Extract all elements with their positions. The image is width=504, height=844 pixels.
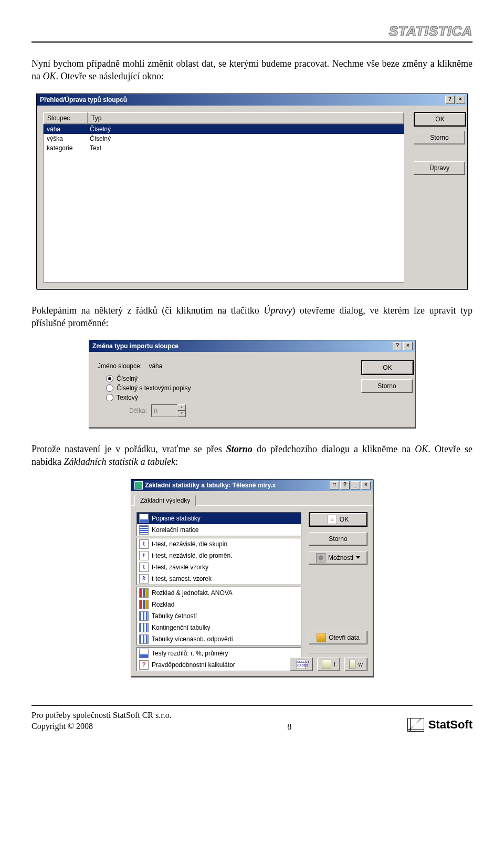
text-em: Úpravy <box>264 305 292 316</box>
table-row[interactable]: váha Číselný <box>44 124 404 134</box>
options-button[interactable]: Možnosti <box>309 551 368 565</box>
list-item[interactable]: Testy rozdílů: r, %, průměry <box>137 648 301 659</box>
cell-type: Číselný <box>87 134 404 143</box>
help-button[interactable]: ? <box>393 342 402 350</box>
table-row[interactable]: výška Číselný <box>44 134 404 143</box>
button-label: Možnosti <box>328 554 353 561</box>
ok-button[interactable]: OK <box>361 360 414 375</box>
list-item[interactable]: Tabulky vícenásob. odpovědí <box>137 633 301 645</box>
text-ok: OK <box>43 71 56 81</box>
dialog-change-import-type: Změna typu importu sloupce ? × Jméno slo… <box>89 340 415 428</box>
list-item-label: Tabulky četností <box>152 612 197 620</box>
radio-numeric[interactable]: Číselný <box>106 375 349 382</box>
spinner-up-icon: ▲ <box>177 404 186 411</box>
list-item[interactable]: t-test, nezávislé, dle skupin <box>137 538 301 550</box>
folder-open-icon <box>317 633 326 642</box>
close-button[interactable]: × <box>361 481 371 489</box>
list-item[interactable]: Popisné statistiky <box>137 513 301 524</box>
radio-text[interactable]: Textový <box>106 394 349 401</box>
list-item-label: Pravděpodobnostní kalkulátor <box>152 661 235 669</box>
f-button[interactable]: f <box>317 658 340 671</box>
storno-button[interactable]: Storno <box>361 379 413 393</box>
xbar-icon <box>139 574 149 583</box>
list-item-label: Rozklad <box>152 601 174 608</box>
ttest-icon <box>139 562 149 572</box>
storno-button[interactable]: Storno <box>414 131 465 144</box>
analysis-listbox[interactable]: Rozklad & jednofakt. ANOVA Rozklad Tabul… <box>136 587 301 645</box>
help-button[interactable]: ? <box>445 96 455 104</box>
grid-icon <box>139 525 149 535</box>
list-item[interactable]: Tabulky četností <box>137 610 301 622</box>
button-label: f <box>334 661 335 668</box>
list-item-label: t-test, závislé vzorky <box>152 564 208 571</box>
text: : <box>175 456 178 467</box>
titlebar[interactable]: Přehled/Úprava typů sloupců ? × <box>37 94 467 106</box>
script-icon <box>322 660 331 669</box>
chevron-down-icon <box>356 556 360 559</box>
cell-name: váha <box>44 124 87 134</box>
list-item[interactable]: Rozklad & jednofakt. ANOVA <box>137 587 301 599</box>
list-item-label: t-test, nezávislé, dle skupin <box>152 540 227 548</box>
page-number: 8 <box>172 722 407 732</box>
column-listbox[interactable]: váha Číselný výška Číselný kategorie Tex… <box>43 124 404 283</box>
close-button[interactable]: × <box>403 342 413 350</box>
open-data-button[interactable]: Otevři data <box>309 631 368 644</box>
analysis-listbox[interactable]: Popisné statistiky Korelační matice <box>136 512 301 536</box>
summary-icon <box>328 515 337 524</box>
w-button[interactable]: w <box>344 658 368 671</box>
label-column-name: Jméno sloupce: <box>98 362 142 370</box>
list-item[interactable]: t-test, samost. vzorek <box>137 573 301 585</box>
ok-button[interactable]: OK <box>414 112 466 127</box>
upravy-button[interactable]: Úpravy <box>414 161 465 175</box>
header-rule <box>32 41 472 43</box>
list-item-label: Popisné statistiky <box>152 515 201 522</box>
titlebar[interactable]: Základní statistiky a tabulky: Tělesné m… <box>131 480 373 491</box>
list-item[interactable]: Pravděpodobnostní kalkulátor <box>137 659 301 671</box>
script-icon <box>349 660 355 669</box>
list-item[interactable]: Korelační matice <box>137 524 301 536</box>
tab-basic-results[interactable]: Základní výsledky <box>134 495 196 506</box>
page-footer: Pro potřeby společnosti StatSoft CR s.r.… <box>32 710 472 732</box>
table-icon <box>139 623 149 632</box>
ok-button[interactable]: OK <box>309 512 368 527</box>
restore-button[interactable]: □ <box>330 481 339 489</box>
radio-dot-icon <box>106 375 113 382</box>
list-item-label: Tabulky vícenásob. odpovědí <box>152 635 233 643</box>
list-item[interactable]: t-test, závislé vzorky <box>137 561 301 573</box>
list-item[interactable]: t-test, nezávislé, dle proměn. <box>137 550 301 561</box>
analysis-listbox[interactable]: t-test, nezávislé, dle skupin t-test, ne… <box>136 538 301 585</box>
app-icon <box>134 481 143 489</box>
dialog-column-types: Přehled/Úprava typů sloupců ? × Sloupec … <box>36 93 468 289</box>
button-label: w <box>358 661 363 668</box>
list-item[interactable]: Kontingenční tabulky <box>137 622 301 633</box>
table-row[interactable]: kategorie Text <box>44 143 404 153</box>
radio-label: Číselný s textovými popisy <box>117 384 191 392</box>
titlebar[interactable]: Změna typu importu sloupce ? × <box>89 340 415 352</box>
brand-wordmark: STATISTICA <box>32 23 472 39</box>
paragraph-intro: Nyní bychom případně mohli změnit oblast… <box>32 57 472 83</box>
dialog-title: Základní statistiky a tabulky: Tělesné m… <box>145 482 276 489</box>
column-header-typ[interactable]: Typ <box>88 112 404 124</box>
close-button[interactable]: × <box>456 96 465 104</box>
storno-button[interactable]: Storno <box>309 532 368 546</box>
ttest-icon <box>139 539 149 549</box>
list-item[interactable]: Rozklad <box>137 599 301 610</box>
text-storno: Storno <box>226 444 253 454</box>
select-cases-icon <box>297 660 306 669</box>
footer-line1: Pro potřeby společnosti StatSoft CR s.r.… <box>32 710 172 721</box>
list-item-label: Testy rozdílů: r, %, průměry <box>152 650 228 657</box>
bars-icon <box>139 588 149 598</box>
select-cases-button[interactable] <box>290 658 313 671</box>
minimize-button[interactable]: _ <box>351 481 360 489</box>
label-length: Délka: <box>129 407 147 414</box>
help-button[interactable]: ? <box>340 481 350 489</box>
list-item-label: t-test, samost. vzorek <box>152 575 212 582</box>
analysis-listbox[interactable]: Testy rozdílů: r, %, průměry Pravděpodob… <box>136 647 301 671</box>
button-label: Otevři data <box>329 634 360 641</box>
button-label: OK <box>340 516 349 523</box>
column-header-sloupec[interactable]: Sloupec <box>44 112 88 124</box>
radio-numeric-text[interactable]: Číselný s textovými popisy <box>106 384 349 392</box>
radio-label: Číselný <box>117 375 138 382</box>
radio-dot-icon <box>106 394 113 401</box>
list-item-label: Korelační matice <box>152 526 198 534</box>
